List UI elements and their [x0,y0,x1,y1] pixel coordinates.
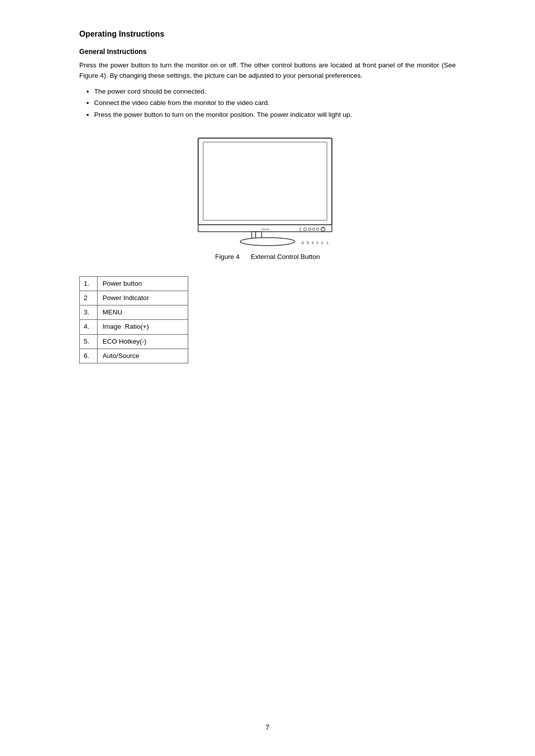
svg-text:5: 5 [307,241,309,245]
svg-rect-1 [203,142,327,220]
svg-text:1: 1 [326,241,329,245]
monitor-illustration: BenQ 1 2 3 4 [178,134,357,248]
row-num: 4. [80,320,98,334]
table-body: 1. Power button 2 Power Indicator 3. MEN… [80,276,188,363]
svg-text:3: 3 [316,241,319,245]
row-num: 2 [80,291,98,305]
row-label: Auto/Source [98,349,188,363]
bullet-list: The power cord should be connected. Conn… [94,86,456,120]
row-label: MENU [98,305,188,320]
bullet-item-3-text: Press the power button to turn on the mo… [94,111,352,118]
row-num: 3. [80,305,98,320]
row-label: Power Indicator [98,291,188,305]
monitor-svg: BenQ 1 2 3 4 [178,134,357,248]
svg-text:6: 6 [302,241,304,245]
page-title: Operating Instructions [79,30,456,39]
bullet-item-3: Press the power button to turn on the mo… [94,109,456,120]
figure-title: External Control Button [251,253,320,260]
row-label: Image Ratio(+) [98,320,188,334]
svg-point-13 [240,238,295,246]
svg-text:BenQ: BenQ [262,228,269,231]
table-row: 1. Power button [80,276,188,291]
row-num: 1. [80,276,98,291]
table-row: 3. MENU [80,305,188,320]
row-num: 5. [80,334,98,349]
table-row: 4. Image Ratio(+) [80,320,188,334]
table-row: 6. Auto/Source [80,349,188,363]
figure-label: Figure 4 [215,253,240,260]
bullet-item-1: The power cord should be connected. [94,86,456,97]
table-row: 2 Power Indicator [80,291,188,305]
intro-paragraph: Press the power button to turn the monit… [79,60,456,81]
page-number: 7 [266,723,269,731]
sub-title: General Instructions [79,48,456,55]
figure-caption: Figure 4 External Control Button [215,253,320,260]
table-row: 5. ECO Hotkey(-) [80,334,188,349]
row-num: 6. [80,349,98,363]
row-label: ECO Hotkey(-) [98,334,188,349]
svg-text:2: 2 [321,241,323,245]
button-table: 1. Power button 2 Power Indicator 3. MEN… [79,276,188,364]
bullet-item-2: Connect the video cable from the monitor… [94,98,456,108]
page-container: Operating Instructions General Instructi… [0,0,535,756]
svg-text:4: 4 [312,241,314,245]
monitor-diagram: BenQ 1 2 3 4 [79,134,456,271]
row-label: Power button [98,276,188,291]
